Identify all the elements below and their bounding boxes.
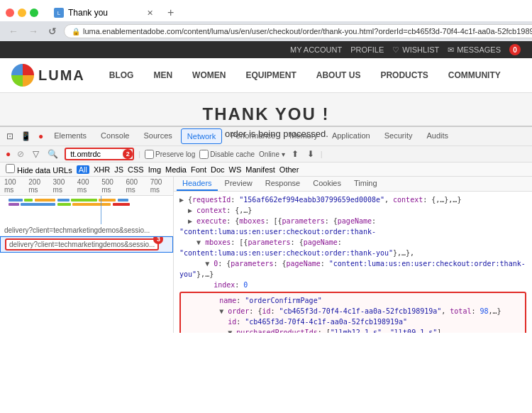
json-line-4: ▼ mboxes: [{parameters: {pageName: "cont… (179, 237, 526, 258)
json-line-5: ▼ 0: {parameters: {pageName: "content:lu… (179, 258, 526, 280)
tab-console[interactable]: Console (95, 128, 135, 144)
thank-you-title: THANK YOU ! (11, 104, 521, 124)
stop-icon[interactable]: ⊘ (15, 148, 26, 160)
tab-network[interactable]: Network (181, 128, 222, 144)
tab-performance[interactable]: Performance (225, 128, 281, 144)
headers-tabs: Headers Preview Response Cookies Timing (174, 177, 532, 192)
online-select[interactable]: Online ▾ (259, 150, 285, 158)
nav-community[interactable]: COMMUNITY (445, 69, 504, 82)
highlight-block: 4 name: "orderConfirmPage" ▼ order: {id:… (179, 292, 526, 333)
nav-men[interactable]: MEN (150, 69, 175, 82)
tab-elements[interactable]: Elements (48, 128, 92, 144)
devtools-panel: ⊡ 📱 ● Elements Console Sources Network P… (0, 126, 532, 333)
network-rows: delivery?client=techmarketingdemos&sessi… (0, 224, 173, 333)
import-icon[interactable]: ⬆ (289, 148, 301, 160)
search-icon[interactable]: 🔍 (45, 148, 60, 160)
devtools-filter-bar: ● ⊘ ▽ 🔍 2 | Preserve log Disable cache O… (0, 146, 532, 163)
profile-link[interactable]: PROFILE (350, 45, 384, 54)
messages-badge: 0 (509, 44, 521, 55)
type-img[interactable]: Img (148, 165, 161, 174)
new-tab-button[interactable]: + (163, 6, 178, 19)
disable-cache-checkbox[interactable]: Disable cache (199, 150, 255, 159)
json-order-line: ▼ order: {id: "cb465f3d-70f4-4c1f-aa0a-5… (185, 306, 521, 316)
nav-women[interactable]: WOMEN (189, 69, 228, 82)
type-ws[interactable]: WS (229, 165, 242, 174)
lock-icon: 🔒 (72, 28, 80, 35)
type-doc[interactable]: Doc (211, 165, 225, 174)
nav-products[interactable]: PRODUCTS (377, 69, 431, 82)
nav-blog[interactable]: BLOG (106, 69, 137, 82)
envelope-icon: ✉ (448, 45, 454, 55)
logo-text: LUMA (38, 67, 85, 84)
url-text: luma.enablementadobe.com/content/luma/us… (83, 27, 532, 35)
tab-security[interactable]: Security (379, 128, 419, 144)
network-row-1[interactable]: delivery?client=techmarketingdemos&sessi… (0, 224, 173, 236)
badge-3: 3 (153, 236, 163, 244)
network-row-2[interactable]: delivery?client=techmarketingdemos&sessi… (0, 236, 173, 253)
browser-chrome: L Thank you ✕ + ← → ↺ 🔒 luma.enablementa… (0, 0, 532, 41)
nav-about-us[interactable]: ABOUT US (314, 69, 364, 82)
json-line-1: ▶ {requestId: "156af662ef994eabb30799659… (179, 194, 526, 205)
messages-label: MESSAGES (457, 45, 501, 54)
active-tab[interactable]: L Thank you ✕ (47, 4, 160, 21)
export-icon[interactable]: ⬇ (305, 148, 316, 160)
forward-button[interactable]: → (26, 24, 41, 38)
nav-equipment[interactable]: EQUIPMENT (243, 69, 299, 82)
tab-sources[interactable]: Sources (138, 128, 177, 144)
logo[interactable]: LUMA (11, 64, 85, 87)
tab-application[interactable]: Application (326, 128, 376, 144)
json-line-6: index: 0 (179, 280, 526, 290)
device-icon[interactable]: 📱 (18, 130, 33, 143)
dot-icon[interactable]: ● (36, 130, 45, 143)
type-js[interactable]: JS (114, 165, 123, 174)
window-controls (6, 9, 38, 17)
record-icon[interactable]: ● (6, 149, 11, 159)
tab-audits[interactable]: Audits (421, 128, 454, 144)
preview-tab[interactable]: Preview (219, 177, 258, 191)
cookies-tab[interactable]: Cookies (307, 177, 347, 191)
response-content: ▶ {requestId: "156af662ef994eabb30799659… (174, 192, 532, 333)
messages-link[interactable]: ✉ MESSAGES (448, 45, 501, 55)
tab-close-button[interactable]: ✕ (147, 9, 153, 18)
page-content: THANK YOU ! Your order is being processe… (0, 93, 532, 126)
filter-badge: 2 (123, 149, 133, 159)
timeline-bar: 100 ms 200 ms 300 ms 400 ms 500 ms 600 m… (0, 177, 173, 196)
headers-tab[interactable]: Headers (177, 177, 218, 191)
filter-icon[interactable]: ▽ (31, 148, 41, 160)
site-nav: LUMA BLOG MEN WOMEN EQUIPMENT ABOUT US P… (0, 58, 532, 93)
network-list: 100 ms 200 ms 300 ms 400 ms 500 ms 600 m… (0, 177, 174, 333)
address-bar[interactable]: 🔒 luma.enablementadobe.com/content/luma/… (64, 24, 532, 38)
my-account-link[interactable]: MY ACCOUNT (290, 45, 342, 54)
preserve-log-checkbox[interactable]: Preserve log (145, 150, 195, 159)
refresh-button[interactable]: ↺ (45, 24, 60, 38)
maximize-button[interactable] (30, 9, 38, 17)
type-media[interactable]: Media (165, 165, 187, 174)
json-line-2: ▶ context: {,…} (179, 205, 526, 216)
json-name-line: name: "orderConfirmPage" (185, 295, 521, 306)
wishlist-link[interactable]: ♡ WISHLIST (392, 45, 439, 55)
heart-icon: ♡ (392, 45, 399, 55)
minimize-button[interactable] (18, 9, 26, 17)
tab-favicon: L (54, 8, 64, 18)
type-manifest[interactable]: Manifest (245, 165, 275, 174)
type-other[interactable]: Other (279, 165, 299, 174)
type-all[interactable]: All (77, 165, 89, 174)
timing-tab[interactable]: Timing (348, 177, 383, 191)
my-account-label: MY ACCOUNT (290, 45, 342, 54)
filter-input[interactable] (66, 149, 123, 159)
inspect-icon[interactable]: ⊡ (4, 130, 16, 143)
type-xhr[interactable]: XHR (94, 165, 110, 174)
profile-label: PROFILE (350, 45, 384, 54)
tab-memory[interactable]: Memory (284, 128, 323, 144)
wishlist-label: WISHLIST (402, 45, 439, 54)
type-css[interactable]: CSS (128, 165, 144, 174)
response-tab[interactable]: Response (260, 177, 306, 191)
close-button[interactable] (6, 9, 14, 17)
timeline-visualization (0, 196, 173, 224)
logo-icon (11, 64, 34, 87)
type-font[interactable]: Font (191, 165, 206, 174)
back-button[interactable]: ← (6, 24, 21, 38)
hide-data-urls-checkbox[interactable]: Hide data URLs (6, 164, 72, 175)
json-id-line: id: "cb465f3d-70f4-4c1f-aa0a-52fcb198919… (185, 316, 521, 327)
tab-title: Thank you (68, 8, 108, 18)
